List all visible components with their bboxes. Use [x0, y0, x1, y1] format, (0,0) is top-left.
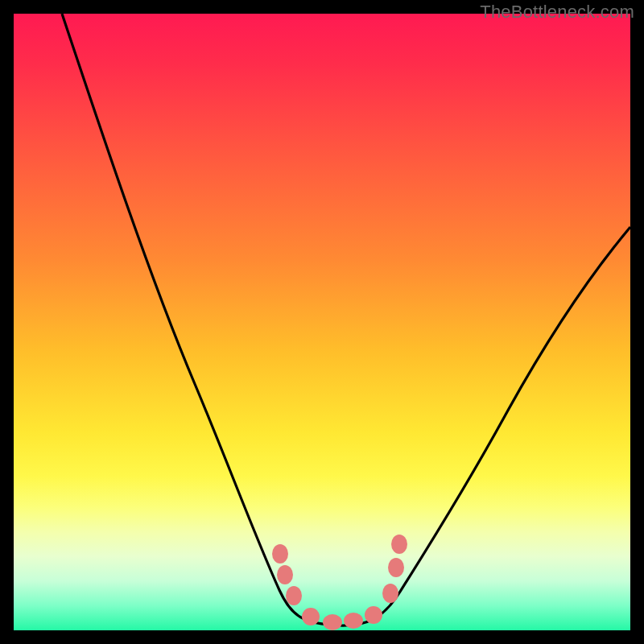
curve-marker — [344, 613, 363, 629]
bottleneck-chart — [14, 14, 630, 630]
curve-marker — [272, 544, 288, 564]
curve-marker — [382, 584, 398, 603]
curve-marker — [365, 606, 382, 624]
curve-marker — [388, 558, 404, 577]
bottleneck-curve-path — [62, 14, 630, 625]
curve-marker — [391, 535, 407, 554]
watermark-text: TheBottleneck.com — [480, 2, 634, 23]
curve-marker — [286, 586, 302, 605]
chart-frame — [14, 14, 630, 630]
curve-marker — [323, 614, 342, 630]
curve-marker — [277, 565, 293, 584]
curve-marker — [302, 608, 320, 625]
